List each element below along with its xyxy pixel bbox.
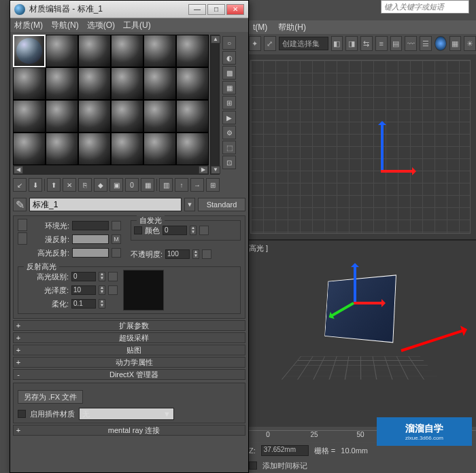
material-editor-icon[interactable] — [435, 36, 447, 51]
layers-icon[interactable]: ▤ — [390, 36, 403, 51]
sample-slot[interactable] — [46, 35, 78, 67]
save-fx-button[interactable]: 另存为 .FX 文件 — [18, 390, 83, 404]
close-button[interactable]: ✕ — [226, 4, 244, 15]
menu-help[interactable]: 帮助(H) — [278, 22, 306, 33]
go-parent-icon[interactable]: ↑ — [175, 178, 188, 192]
opacity-map-button[interactable] — [202, 249, 211, 259]
gizmo-x-axis[interactable] — [354, 302, 384, 304]
options-icon[interactable]: ⚙ — [222, 126, 236, 139]
mtl-id-icon[interactable]: 0 — [125, 178, 139, 192]
sample-slot[interactable] — [143, 67, 176, 100]
spinner-buttons[interactable]: ▲▼ — [99, 299, 105, 309]
maximize-button[interactable]: □ — [207, 4, 225, 15]
diffuse-swatch[interactable] — [72, 234, 109, 244]
render-setup-icon[interactable]: ▦ — [449, 36, 462, 51]
slot-h-scrollbar[interactable]: ◀▶ — [13, 165, 209, 175]
menu-utilities[interactable]: 工具(U) — [123, 20, 151, 31]
sample-slot[interactable] — [13, 133, 46, 165]
sample-slot[interactable] — [46, 100, 78, 133]
menu-t[interactable]: t(M) — [253, 22, 267, 32]
ambient-lock-icon[interactable] — [18, 219, 27, 231]
preview-icon[interactable]: ▶ — [222, 111, 236, 124]
show-map-icon[interactable]: ▦ — [141, 178, 154, 192]
rollout-mentalray[interactable]: +mental ray 连接 — [13, 425, 245, 436]
gizmo-z-axis[interactable] — [354, 264, 356, 302]
curve-editor-icon[interactable]: 〰 — [405, 36, 417, 51]
viewport-top[interactable] — [245, 54, 476, 241]
put-to-lib-icon[interactable]: ▣ — [109, 178, 123, 192]
menu-navigation[interactable]: 导航(N) — [51, 20, 79, 31]
sample-slot[interactable] — [111, 100, 143, 133]
pick-material-icon[interactable]: ✎ — [13, 198, 27, 211]
sample-slot[interactable] — [143, 133, 176, 165]
sample-slot[interactable] — [46, 67, 78, 100]
sample-slot[interactable] — [111, 67, 143, 100]
sample-slot[interactable] — [46, 133, 78, 165]
selfillum-map-button[interactable] — [199, 226, 209, 235]
rollout-extended[interactable]: +扩展参数 — [13, 320, 245, 331]
show-end-icon[interactable]: ▥ — [159, 178, 173, 192]
sample-slot[interactable] — [13, 100, 46, 133]
specular-map-button[interactable] — [112, 248, 121, 258]
material-name-input[interactable] — [29, 198, 182, 211]
sample-slot[interactable] — [143, 100, 176, 133]
material-type-button[interactable]: Standard — [198, 198, 245, 211]
plugin-material-dropdown[interactable]: 无▼ — [79, 408, 174, 420]
mirror-icon[interactable]: ⇆ — [360, 36, 373, 51]
spinner-buttons[interactable]: ▲▼ — [99, 272, 105, 281]
put-to-scene-icon[interactable]: ⬇ — [29, 178, 42, 192]
spec-level-map-button[interactable] — [108, 272, 118, 281]
assign-to-sel-icon[interactable]: ⬆ — [47, 178, 61, 192]
sample-slot[interactable] — [78, 100, 111, 133]
sample-slot[interactable] — [78, 35, 111, 67]
viewport-area[interactable]: 高光 ] — [245, 54, 476, 427]
plane-object[interactable] — [324, 275, 396, 343]
mtl-map-nav-icon[interactable]: ⊡ — [222, 156, 236, 169]
sample-type-icon[interactable]: ○ — [222, 36, 236, 50]
get-material-icon[interactable]: ↙ — [13, 178, 27, 192]
sample-slot-selected[interactable] — [13, 35, 46, 67]
select-by-mtl-icon[interactable]: ⬚ — [222, 141, 236, 154]
tool-icon[interactable]: ✦ — [249, 36, 261, 51]
ambient-swatch[interactable] — [72, 221, 109, 230]
gloss-map-button[interactable] — [108, 285, 118, 295]
sample-slot[interactable] — [176, 133, 209, 165]
spinner-buttons[interactable]: ▲▼ — [99, 285, 105, 295]
tool-icon[interactable]: ◨ — [345, 36, 358, 51]
selfillum-spinner[interactable]: 0 — [163, 226, 187, 235]
spinner-buttons[interactable]: ▲▼ — [192, 249, 199, 259]
diffuse-map-button[interactable]: M — [112, 234, 121, 244]
specular-swatch[interactable] — [72, 248, 109, 258]
titlebar[interactable]: 材质编辑器 - 标准_1 — □ ✕ — [10, 1, 248, 18]
sample-slot[interactable] — [78, 133, 111, 165]
sample-slot[interactable] — [111, 35, 143, 67]
rollout-dynamics[interactable]: +动力学属性 — [13, 357, 245, 368]
diffuse-lock-icon[interactable] — [18, 232, 27, 245]
spinner-buttons[interactable]: ▲▼ — [190, 226, 197, 235]
minimize-button[interactable]: — — [188, 4, 206, 15]
z-value-input[interactable]: 37.652mm — [261, 445, 309, 456]
soften-spinner[interactable]: 0.1 — [71, 299, 96, 309]
viewport-perspective[interactable]: 高光 ] — [245, 241, 476, 427]
rollout-maps[interactable]: +贴图 — [13, 345, 245, 355]
align-icon[interactable]: ≡ — [375, 36, 388, 51]
material-name-dropdown[interactable]: ▼ — [184, 198, 195, 211]
keyword-search-input[interactable] — [381, 0, 469, 14]
sample-slot[interactable] — [111, 133, 143, 165]
enable-plugin-checkbox[interactable] — [18, 410, 26, 418]
make-copy-icon[interactable]: ⎘ — [78, 178, 92, 192]
spec-level-spinner[interactable]: 0 — [71, 272, 96, 281]
sample-slot[interactable] — [176, 35, 209, 67]
sample-slot[interactable] — [13, 67, 46, 100]
gloss-spinner[interactable]: 10 — [71, 285, 96, 295]
make-unique-icon[interactable]: ◆ — [94, 178, 107, 192]
menu-material[interactable]: 材质(M) — [14, 20, 43, 31]
uv-tile-icon[interactable]: ▦ — [222, 81, 236, 94]
tool-icon[interactable]: ⤢ — [264, 36, 276, 51]
opacity-spinner[interactable]: 100 — [165, 249, 190, 259]
reset-map-icon[interactable]: ✕ — [63, 178, 76, 192]
selection-set-dropdown[interactable]: 创建选择集 — [279, 37, 328, 50]
rollout-supersample[interactable]: +超级采样 — [13, 332, 245, 343]
background-icon[interactable]: ▩ — [222, 66, 236, 80]
slot-v-scrollbar[interactable]: ▲▼ — [210, 35, 220, 175]
